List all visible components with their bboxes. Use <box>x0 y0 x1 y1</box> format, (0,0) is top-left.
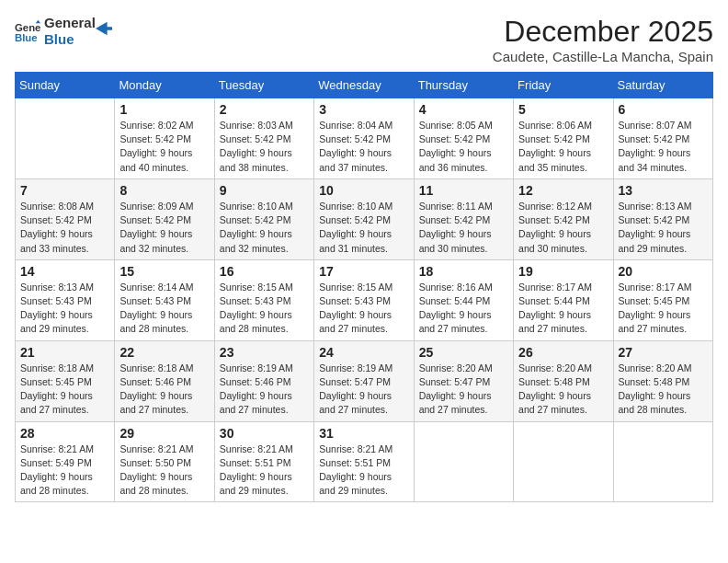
calendar-cell: 16Sunrise: 8:15 AM Sunset: 5:43 PM Dayli… <box>214 259 313 340</box>
calendar-cell: 4Sunrise: 8:05 AM Sunset: 5:42 PM Daylig… <box>414 98 513 179</box>
day-info: Sunrise: 8:06 AM Sunset: 5:42 PM Dayligh… <box>518 119 608 175</box>
day-number: 28 <box>20 426 109 441</box>
day-info: Sunrise: 8:17 AM Sunset: 5:45 PM Dayligh… <box>619 281 708 337</box>
calendar-cell: 9Sunrise: 8:10 AM Sunset: 5:42 PM Daylig… <box>214 178 313 259</box>
logo-icon: General Blue <box>15 18 40 44</box>
day-number: 2 <box>220 102 309 117</box>
calendar-cell: 1Sunrise: 8:02 AM Sunset: 5:42 PM Daylig… <box>115 98 214 179</box>
calendar-cell: 10Sunrise: 8:10 AM Sunset: 5:42 PM Dayli… <box>314 178 414 259</box>
calendar-cell: 24Sunrise: 8:19 AM Sunset: 5:47 PM Dayli… <box>314 340 414 421</box>
calendar-cell: 11Sunrise: 8:11 AM Sunset: 5:42 PM Dayli… <box>414 178 513 259</box>
calendar-cell: 25Sunrise: 8:20 AM Sunset: 5:47 PM Dayli… <box>414 340 513 421</box>
day-number: 25 <box>419 345 508 360</box>
day-number: 18 <box>419 264 508 279</box>
col-header-thursday: Thursday <box>414 73 513 98</box>
day-info: Sunrise: 8:09 AM Sunset: 5:42 PM Dayligh… <box>119 200 209 256</box>
day-info: Sunrise: 8:18 AM Sunset: 5:46 PM Dayligh… <box>119 362 209 418</box>
logo-general: General <box>44 15 96 31</box>
calendar-cell: 17Sunrise: 8:15 AM Sunset: 5:43 PM Dayli… <box>314 259 414 340</box>
calendar-cell: 14Sunrise: 8:13 AM Sunset: 5:43 PM Dayli… <box>16 259 115 340</box>
col-header-monday: Monday <box>115 73 214 98</box>
svg-text:Blue: Blue <box>15 32 38 43</box>
day-info: Sunrise: 8:18 AM Sunset: 5:45 PM Dayligh… <box>20 362 109 418</box>
calendar-cell: 21Sunrise: 8:18 AM Sunset: 5:45 PM Dayli… <box>16 340 115 421</box>
col-header-tuesday: Tuesday <box>214 73 313 98</box>
logo-blue: Blue <box>44 31 96 48</box>
calendar-cell: 26Sunrise: 8:20 AM Sunset: 5:48 PM Dayli… <box>514 340 613 421</box>
day-info: Sunrise: 8:14 AM Sunset: 5:43 PM Dayligh… <box>119 281 209 337</box>
day-number: 23 <box>220 345 309 360</box>
day-number: 27 <box>619 345 708 360</box>
month-title: December 2025 <box>493 15 713 49</box>
day-info: Sunrise: 8:21 AM Sunset: 5:49 PM Dayligh… <box>20 442 109 499</box>
day-info: Sunrise: 8:07 AM Sunset: 5:42 PM Dayligh… <box>619 119 708 175</box>
day-info: Sunrise: 8:13 AM Sunset: 5:43 PM Dayligh… <box>20 281 109 337</box>
calendar-cell <box>514 421 613 502</box>
day-info: Sunrise: 8:04 AM Sunset: 5:42 PM Dayligh… <box>319 119 408 175</box>
day-number: 31 <box>319 426 408 441</box>
day-info: Sunrise: 8:03 AM Sunset: 5:42 PM Dayligh… <box>220 119 309 175</box>
day-info: Sunrise: 8:05 AM Sunset: 5:42 PM Dayligh… <box>419 119 508 175</box>
calendar-cell: 20Sunrise: 8:17 AM Sunset: 5:45 PM Dayli… <box>613 259 712 340</box>
day-number: 24 <box>319 345 408 360</box>
calendar-cell: 29Sunrise: 8:21 AM Sunset: 5:50 PM Dayli… <box>115 421 214 502</box>
day-info: Sunrise: 8:17 AM Sunset: 5:44 PM Dayligh… <box>518 281 608 337</box>
day-info: Sunrise: 8:12 AM Sunset: 5:42 PM Dayligh… <box>518 200 608 256</box>
calendar-cell: 31Sunrise: 8:21 AM Sunset: 5:51 PM Dayli… <box>314 421 414 502</box>
calendar-cell: 18Sunrise: 8:16 AM Sunset: 5:44 PM Dayli… <box>414 259 513 340</box>
day-number: 12 <box>518 183 608 198</box>
day-number: 11 <box>419 183 508 198</box>
day-info: Sunrise: 8:11 AM Sunset: 5:42 PM Dayligh… <box>419 200 508 256</box>
title-area: December 2025 Caudete, Castille-La Manch… <box>493 15 713 64</box>
day-number: 16 <box>220 264 309 279</box>
logo-arrow-icon <box>96 20 112 37</box>
calendar-cell: 8Sunrise: 8:09 AM Sunset: 5:42 PM Daylig… <box>115 178 214 259</box>
col-header-sunday: Sunday <box>16 73 115 98</box>
day-info: Sunrise: 8:08 AM Sunset: 5:42 PM Dayligh… <box>20 200 109 256</box>
day-number: 20 <box>619 264 708 279</box>
calendar-cell: 30Sunrise: 8:21 AM Sunset: 5:51 PM Dayli… <box>214 421 313 502</box>
day-info: Sunrise: 8:02 AM Sunset: 5:42 PM Dayligh… <box>119 119 209 175</box>
calendar-week-row: 14Sunrise: 8:13 AM Sunset: 5:43 PM Dayli… <box>16 259 713 340</box>
day-number: 9 <box>220 183 309 198</box>
day-number: 14 <box>20 264 109 279</box>
location-title: Caudete, Castille-La Mancha, Spain <box>493 49 713 64</box>
calendar-cell: 27Sunrise: 8:20 AM Sunset: 5:48 PM Dayli… <box>613 340 712 421</box>
day-number: 22 <box>119 345 209 360</box>
day-info: Sunrise: 8:10 AM Sunset: 5:42 PM Dayligh… <box>220 200 309 256</box>
calendar-week-row: 1Sunrise: 8:02 AM Sunset: 5:42 PM Daylig… <box>16 98 713 179</box>
calendar-week-row: 7Sunrise: 8:08 AM Sunset: 5:42 PM Daylig… <box>16 178 713 259</box>
day-number: 1 <box>119 102 209 117</box>
day-number: 10 <box>319 183 408 198</box>
calendar-cell: 7Sunrise: 8:08 AM Sunset: 5:42 PM Daylig… <box>16 178 115 259</box>
calendar-cell: 28Sunrise: 8:21 AM Sunset: 5:49 PM Dayli… <box>16 421 115 502</box>
calendar-cell: 19Sunrise: 8:17 AM Sunset: 5:44 PM Dayli… <box>514 259 613 340</box>
day-info: Sunrise: 8:19 AM Sunset: 5:46 PM Dayligh… <box>220 362 309 418</box>
day-number: 15 <box>119 264 209 279</box>
day-number: 5 <box>518 102 608 117</box>
calendar-cell: 2Sunrise: 8:03 AM Sunset: 5:42 PM Daylig… <box>214 98 313 179</box>
day-info: Sunrise: 8:13 AM Sunset: 5:42 PM Dayligh… <box>619 200 708 256</box>
header: General Blue General Blue December 2025 … <box>15 15 713 64</box>
day-info: Sunrise: 8:20 AM Sunset: 5:48 PM Dayligh… <box>518 362 608 418</box>
calendar-cell: 3Sunrise: 8:04 AM Sunset: 5:42 PM Daylig… <box>314 98 414 179</box>
calendar-cell: 12Sunrise: 8:12 AM Sunset: 5:42 PM Dayli… <box>514 178 613 259</box>
day-number: 17 <box>319 264 408 279</box>
day-info: Sunrise: 8:10 AM Sunset: 5:42 PM Dayligh… <box>319 200 408 256</box>
day-info: Sunrise: 8:21 AM Sunset: 5:50 PM Dayligh… <box>119 442 209 499</box>
day-info: Sunrise: 8:15 AM Sunset: 5:43 PM Dayligh… <box>319 281 408 337</box>
logo: General Blue General Blue <box>15 15 112 48</box>
calendar-cell <box>16 98 115 179</box>
calendar-cell: 5Sunrise: 8:06 AM Sunset: 5:42 PM Daylig… <box>514 98 613 179</box>
col-header-wednesday: Wednesday <box>314 73 414 98</box>
day-number: 21 <box>20 345 109 360</box>
day-number: 30 <box>220 426 309 441</box>
day-number: 6 <box>619 102 708 117</box>
calendar-week-row: 21Sunrise: 8:18 AM Sunset: 5:45 PM Dayli… <box>16 340 713 421</box>
col-header-friday: Friday <box>514 73 613 98</box>
calendar-cell: 22Sunrise: 8:18 AM Sunset: 5:46 PM Dayli… <box>115 340 214 421</box>
day-info: Sunrise: 8:21 AM Sunset: 5:51 PM Dayligh… <box>319 442 408 499</box>
day-number: 13 <box>619 183 708 198</box>
calendar-cell <box>613 421 712 502</box>
svg-marker-3 <box>96 22 112 35</box>
